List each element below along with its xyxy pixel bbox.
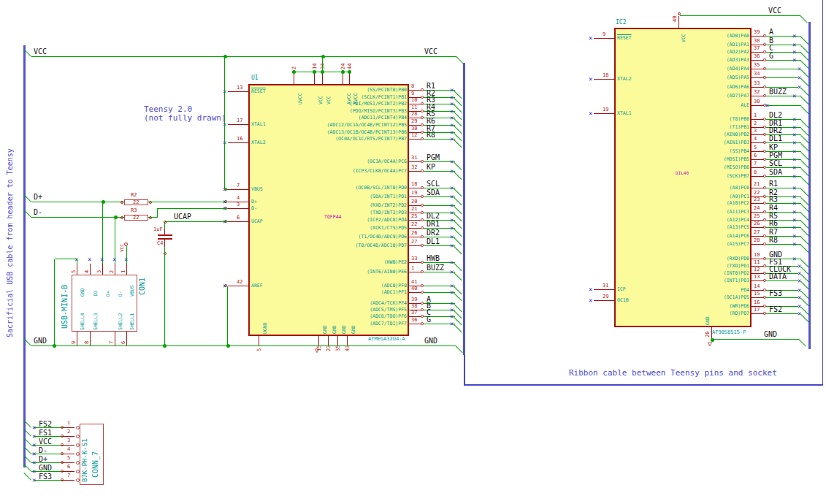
pin-number: 38: [754, 39, 760, 44]
no-connect-icon: [792, 33, 796, 39]
no-connect-icon: [792, 116, 796, 123]
pin-number: 7: [237, 183, 240, 188]
net-label[interactable]: VCC: [39, 438, 52, 446]
net-label[interactable]: DR2: [427, 229, 440, 237]
bus-entry: [454, 324, 462, 332]
pin-name: (ADC12/OC1A/OC4B/PCINT12)PB5: [326, 123, 407, 128]
net-label[interactable]: PGM: [427, 154, 440, 161]
net-label[interactable]: HWB: [427, 255, 440, 262]
net-label-vcc[interactable]: VCC: [34, 48, 47, 56]
pin-stub: [752, 176, 764, 177]
pin-name: (HWB)PE2: [384, 260, 407, 265]
net-label[interactable]: DR2: [769, 127, 782, 134]
net-label-vcc[interactable]: VCC: [768, 7, 781, 15]
net-label[interactable]: G: [769, 53, 773, 60]
r2-value[interactable]: 22: [133, 200, 139, 205]
net-label[interactable]: KP: [427, 164, 435, 171]
net-label-gnd[interactable]: GND: [764, 331, 777, 338]
teensy-side-bus: [463, 63, 465, 355]
u1-ref[interactable]: U1: [251, 75, 259, 81]
usb-value[interactable]: USB-MINI-B: [61, 285, 69, 329]
pin-end-circle: [421, 102, 424, 105]
pin-name: (ADC0)PF0: [381, 283, 407, 289]
net-label[interactable]: C: [769, 45, 773, 52]
net-label[interactable]: FS2: [39, 421, 52, 428]
net-label[interactable]: FS2: [769, 306, 782, 313]
pin-number: 27: [411, 240, 417, 245]
net-label[interactable]: KP: [769, 144, 778, 151]
pin-stub: [409, 245, 421, 246]
pin-name: (RXD/INT2)PD2: [370, 203, 407, 208]
net-label[interactable]: GND: [39, 465, 52, 472]
pin-end-circle: [421, 211, 424, 214]
pin-name: OC1B: [617, 298, 629, 303]
net-label[interactable]: R4: [769, 205, 778, 212]
ic2-ref[interactable]: IC2: [616, 20, 626, 26]
net-label-gnd[interactable]: GND: [34, 337, 47, 345]
net-label[interactable]: R8: [427, 131, 435, 139]
net-label[interactable]: D+: [39, 456, 47, 463]
net-label-dplus[interactable]: D+: [34, 194, 42, 201]
pin-name: (INT1)PD3: [724, 278, 749, 283]
r3-ref[interactable]: R3: [131, 208, 137, 213]
c4-value[interactable]: 1uF: [153, 227, 163, 232]
pin-name: (AIN1)PB3: [724, 140, 749, 145]
net-label[interactable]: R6: [769, 220, 778, 227]
pin-name: (RXD)PD0: [727, 256, 749, 261]
net-label[interactable]: FS3: [39, 473, 52, 481]
net-label[interactable]: SCL: [427, 180, 440, 188]
r3-value[interactable]: 22: [133, 215, 139, 221]
u1-value[interactable]: ATMEGA32U4-A: [368, 337, 405, 342]
net-label[interactable]: DL1: [427, 238, 440, 245]
net-label[interactable]: A: [769, 28, 773, 36]
net-label[interactable]: D-: [39, 447, 47, 454]
net-label[interactable]: R3: [769, 196, 778, 203]
conn7-ref[interactable]: CONN_7: [92, 451, 99, 478]
pin-name: (INT0)PD2: [724, 271, 749, 276]
net-label[interactable]: DL2: [769, 112, 782, 119]
net-label[interactable]: R7: [769, 229, 778, 236]
net-label-gnd[interactable]: GND: [424, 337, 437, 345]
net-label[interactable]: BUZZ: [769, 88, 787, 96]
net-label[interactable]: DL2: [427, 213, 440, 220]
conn7-value[interactable]: B7K-PH-K-S1: [82, 438, 88, 482]
net-label[interactable]: DR1: [427, 221, 440, 228]
net-label[interactable]: R8: [769, 237, 778, 244]
ic2-value[interactable]: AT90S8515-P: [712, 330, 746, 335]
net-label[interactable]: PGM: [769, 152, 782, 159]
net-label[interactable]: R1: [769, 180, 778, 188]
net-label[interactable]: SCL: [769, 160, 782, 167]
net-label[interactable]: FS3: [769, 290, 782, 297]
r2-ref[interactable]: R2: [131, 193, 137, 198]
pin-number: 21: [411, 207, 417, 212]
net-label-ucap[interactable]: UCAP: [174, 213, 191, 221]
pin-end-circle: [421, 123, 424, 126]
pin-name: VCC: [681, 34, 687, 42]
pin-name: GND: [705, 316, 711, 325]
cap-plate[interactable]: [158, 234, 172, 236]
pin-end-circle: [421, 137, 424, 140]
pin-name: (RD)PD7: [730, 311, 749, 316]
no-connect-icon: [792, 233, 796, 240]
no-connect-icon: [32, 477, 36, 484]
pin-number: 31: [411, 156, 417, 161]
usb-ref[interactable]: CON1: [139, 278, 146, 295]
bus-entry: [454, 188, 462, 196]
net-label[interactable]: FS1: [39, 429, 52, 437]
no-connect-icon: [798, 84, 801, 91]
pin-number: 35: [754, 63, 760, 68]
net-label[interactable]: SDA: [427, 189, 440, 196]
net-label[interactable]: DL1: [769, 135, 782, 142]
c4-ref[interactable]: C4: [157, 241, 163, 246]
pin-name: (AD5)PA5: [727, 75, 749, 80]
wire-vcc-rail: [31, 56, 456, 57]
net-label[interactable]: DATA: [769, 273, 787, 280]
net-label[interactable]: BUZZ: [427, 264, 444, 272]
net-label[interactable]: SDA: [769, 169, 782, 176]
pin-number: 2: [754, 121, 757, 126]
net-label-vcc[interactable]: VCC: [424, 48, 437, 56]
bus-entry: [800, 15, 808, 23]
net-label-dminus[interactable]: D-: [34, 209, 42, 216]
net-label[interactable]: G: [427, 316, 431, 324]
no-connect-icon: [450, 202, 454, 209]
